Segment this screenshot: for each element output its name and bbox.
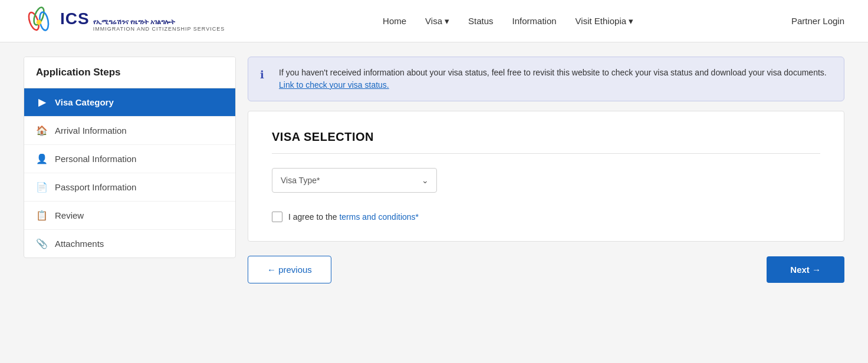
chevron-down-icon: ▾ (445, 16, 449, 27)
terms-checkbox[interactable] (272, 212, 282, 222)
attachments-icon: 📎 (36, 238, 48, 249)
review-icon: 📋 (36, 210, 48, 221)
sidebar-item-arrival-information[interactable]: 🏠 Arrival Information (24, 117, 235, 145)
nav-visa[interactable]: Visa ▾ (425, 16, 449, 27)
main-nav: Home Visa ▾ Status Information Visit Eth… (383, 16, 633, 27)
logo-amharic: የኢሚግሬሽንና የዜግነት አገልግሎት (93, 18, 225, 26)
nav-information[interactable]: Information (512, 16, 557, 26)
terms-checkbox-row: I agree to the terms and conditions* (272, 212, 820, 222)
visa-status-link[interactable]: Link to check your visa status. (279, 80, 389, 90)
info-banner: ℹ If you haven't received information ab… (248, 57, 844, 101)
info-banner-text: If you haven't received information abou… (279, 67, 832, 91)
logo-icon (24, 6, 54, 37)
sidebar-item-label: Visa Category (55, 97, 114, 107)
sidebar-item-label: Personal Information (55, 154, 136, 164)
logo: ICS የኢሚግሬሽንና የዜግነት አገልግሎት IMMIGRATION AN… (24, 6, 225, 37)
nav-buttons: ← previous Next → (248, 256, 844, 283)
sidebar-item-label: Review (55, 210, 84, 220)
logo-text: ICS የኢሚግሬሽንና የዜግነት አገልግሎት IMMIGRATION AN… (60, 9, 225, 32)
nav-home[interactable]: Home (383, 16, 406, 26)
sidebar-item-visa-category[interactable]: ▶ Visa Category (24, 88, 235, 117)
previous-button[interactable]: ← previous (248, 256, 331, 283)
sidebar-title: Application Steps (24, 57, 235, 88)
chevron-down-icon: ▾ (629, 16, 633, 27)
visa-type-select[interactable]: Visa Type* (272, 168, 437, 193)
sidebar: Application Steps ▶ Visa Category 🏠 Arri… (24, 57, 236, 258)
form-card: VISA SELECTION Visa Type* ⌄ I agree to t… (248, 111, 844, 242)
home-icon: 🏠 (36, 125, 48, 136)
visa-category-icon: ▶ (36, 97, 48, 108)
nav-status[interactable]: Status (468, 16, 494, 26)
info-icon: ℹ (260, 67, 272, 83)
form-title: VISA SELECTION (272, 130, 820, 154)
terms-link[interactable]: terms and conditions* (339, 212, 419, 222)
person-icon: 👤 (36, 153, 48, 164)
logo-ics: ICS (60, 9, 90, 28)
header: ICS የኢሚግሬሽንና የዜግነት አገልግሎት IMMIGRATION AN… (0, 0, 868, 42)
partner-login[interactable]: Partner Login (791, 16, 844, 26)
main-layout: Application Steps ▶ Visa Category 🏠 Arri… (0, 42, 868, 298)
sidebar-item-personal-information[interactable]: 👤 Personal Information (24, 145, 235, 173)
sidebar-item-review[interactable]: 📋 Review (24, 202, 235, 230)
sidebar-item-passport-information[interactable]: 📄 Passport Information (24, 173, 235, 202)
sidebar-item-label: Passport Information (55, 182, 136, 192)
svg-point-3 (37, 19, 42, 25)
logo-subtitle: IMMIGRATION AND CITIZENSHIP SERVICES (93, 26, 225, 32)
sidebar-item-label: Attachments (55, 239, 104, 249)
sidebar-item-label: Arrival Information (55, 126, 127, 136)
terms-label: I agree to the terms and conditions* (288, 212, 419, 222)
passport-icon: 📄 (36, 182, 48, 193)
nav-visit-ethiopia[interactable]: Visit Ethiopia ▾ (576, 16, 633, 27)
content-area: ℹ If you haven't received information ab… (248, 57, 844, 283)
visa-type-wrapper: Visa Type* ⌄ (272, 168, 437, 193)
next-button[interactable]: Next → (767, 256, 844, 283)
sidebar-item-attachments[interactable]: 📎 Attachments (24, 230, 235, 258)
